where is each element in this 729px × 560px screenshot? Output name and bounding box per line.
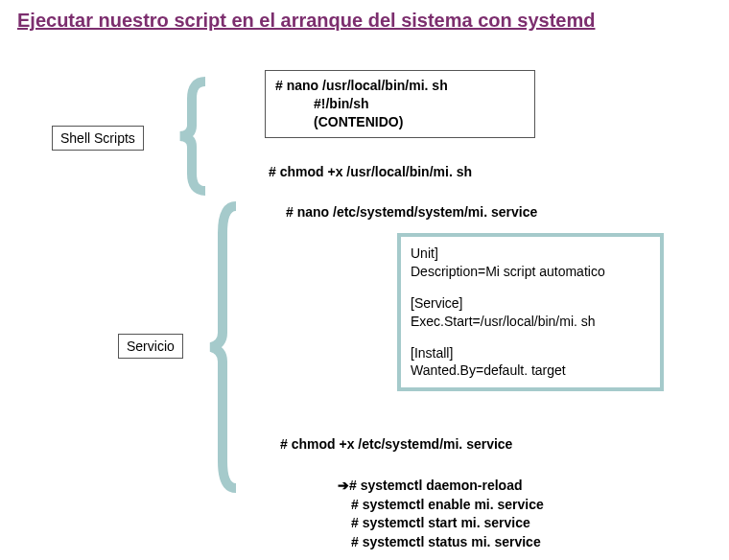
brace-shell bbox=[169, 80, 207, 193]
box-nano-script: # nano /usr/local/bin/mi. sh #!/bin/sh (… bbox=[265, 70, 535, 138]
unit-service-header: [Service] bbox=[411, 294, 650, 313]
nano-script-cmd: # nano /usr/local/bin/mi. sh bbox=[275, 77, 525, 95]
final-commands: ➔# systemctl daemon-reload # systemctl e… bbox=[338, 477, 544, 551]
brace-servicio bbox=[200, 204, 238, 490]
unit-desc: Description=Mi script automatico bbox=[411, 263, 650, 281]
cmd-daemon-reload: # systemctl daemon-reload bbox=[349, 478, 523, 493]
unit-header: Unit] bbox=[411, 245, 650, 263]
cmd-nano-service: # nano /etc/systemd/system/mi. service bbox=[286, 204, 537, 220]
node-servicio: Servicio bbox=[118, 334, 183, 359]
node-shell-scripts: Shell Scripts bbox=[52, 126, 144, 151]
diagram-canvas: Shell Scripts # nano /usr/local/bin/mi. … bbox=[17, 60, 708, 559]
arrow-icon: ➔ bbox=[338, 477, 349, 496]
nano-script-line2: (CONTENIDO) bbox=[275, 113, 525, 131]
unit-exec: Exec.Start=/usr/local/bin/mi. sh bbox=[411, 313, 650, 331]
cmd-status: # systemctl status mi. service bbox=[338, 533, 544, 552]
cmd-chmod-service: # chmod +x /etc/systemd/mi. service bbox=[280, 436, 512, 452]
unit-install-header: [Install] bbox=[411, 344, 650, 362]
cmd-chmod-script: # chmod +x /usr/local/bin/mi. sh bbox=[269, 164, 472, 179]
page-title: Ejecutar nuestro script en el arranque d… bbox=[17, 10, 712, 32]
box-unit-file: Unit] Description=Mi script automatico [… bbox=[397, 233, 664, 391]
unit-wanted: Wanted.By=default. target bbox=[411, 362, 650, 380]
cmd-enable: # systemctl enable mi. service bbox=[338, 496, 544, 515]
cmd-start: # systemctl start mi. service bbox=[338, 514, 544, 533]
nano-script-line1: #!/bin/sh bbox=[275, 95, 525, 113]
